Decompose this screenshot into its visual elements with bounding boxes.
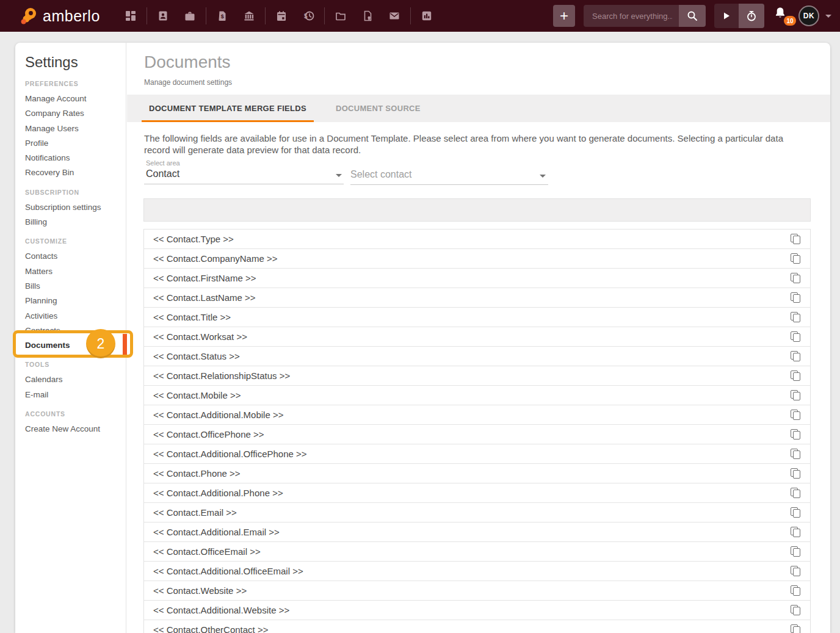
sidebar-item-billing[interactable]: Billing: [25, 215, 126, 230]
copy-icon[interactable]: [789, 468, 802, 480]
sidebar-title: Settings: [25, 52, 126, 72]
mail-icon[interactable]: [381, 4, 408, 28]
page-title: Documents: [144, 52, 231, 72]
matters-briefcase-icon[interactable]: [176, 4, 203, 28]
contacts-icon[interactable]: [150, 4, 176, 28]
merge-field-row: << Contact.OtherContact >>: [144, 620, 810, 633]
merge-field-row: << Contact.OfficeEmail >>: [144, 541, 810, 561]
sidebar-item-contacts[interactable]: Contacts: [25, 249, 126, 264]
copy-icon[interactable]: [789, 487, 802, 499]
documents-settings-main: Documents Manage document settings DOCUM…: [127, 43, 830, 633]
amberlo-logo[interactable]: amberlo: [21, 7, 100, 25]
copy-icon[interactable]: [789, 233, 802, 245]
select-area-chevron-down-icon[interactable]: [336, 174, 342, 177]
search-button[interactable]: [679, 5, 706, 27]
merge-field-row: << Contact.Additional.Website >>: [144, 600, 810, 620]
sidebar-item-bills[interactable]: Bills: [25, 279, 126, 294]
sidebar-item-calendars[interactable]: Calendars: [25, 372, 126, 387]
copy-icon[interactable]: [789, 624, 802, 633]
sidebar-item-manage-account[interactable]: Manage Account: [25, 92, 126, 106]
copy-icon[interactable]: [789, 409, 802, 421]
copy-icon[interactable]: [789, 546, 802, 558]
sidebar-item-profile[interactable]: Profile: [25, 136, 126, 151]
merge-field-code: << Contact.Additional.Website >>: [153, 605, 789, 615]
merge-field-code: << Contact.Additional.OfficePhone >>: [153, 449, 789, 459]
copy-icon[interactable]: [789, 565, 802, 577]
top-nav-icon-strip: $ $: [117, 4, 440, 28]
copy-icon[interactable]: [789, 350, 802, 363]
copy-icon[interactable]: [789, 507, 802, 519]
tab-document-source[interactable]: DOCUMENT SOURCE: [328, 95, 428, 122]
merge-field-code: << Contact.Additional.Email >>: [153, 527, 789, 537]
merge-field-code: << Contact.Additional.Phone >>: [153, 488, 789, 498]
merge-field-row: << Contact.Email >>: [144, 502, 810, 522]
merge-field-row: << Contact.LastName >>: [144, 288, 810, 307]
merge-field-code: << Contact.Type >>: [153, 234, 789, 244]
select-contact-underline: [350, 184, 548, 185]
stopwatch-icon: [745, 10, 758, 22]
quick-add-button[interactable]: +: [553, 5, 575, 27]
copy-icon[interactable]: [789, 292, 802, 304]
top-navigation-bar: amberlo $ $: [0, 0, 840, 32]
bank-icon[interactable]: [236, 4, 262, 28]
copy-icon[interactable]: [789, 389, 802, 402]
sidebar-item-notifications[interactable]: Notifications: [25, 151, 126, 165]
copy-icon[interactable]: [789, 311, 802, 324]
sidebar-item-email[interactable]: E-mail: [25, 388, 126, 402]
sidebar-item-activities[interactable]: Activities: [25, 309, 126, 324]
copy-icon[interactable]: [789, 331, 802, 343]
calendar-icon[interactable]: [268, 4, 295, 28]
sidebar-item-planning[interactable]: Planning: [25, 294, 126, 308]
sidebar-item-matters[interactable]: Matters: [25, 264, 126, 279]
merge-field-code: << Contact.Additional.OfficeEmail >>: [153, 566, 789, 576]
merge-field-row: << Contact.Additional.OfficePhone >>: [144, 444, 810, 463]
merge-field-row: << Contact.Additional.OfficeEmail >>: [144, 561, 810, 581]
merge-field-row: << Contact.Phone >>: [144, 463, 810, 483]
stopwatch-button[interactable]: [739, 4, 764, 28]
select-contact-dropdown[interactable]: Select contact: [350, 169, 412, 180]
document-templates-icon[interactable]: [354, 4, 381, 28]
brand-name: amberlo: [43, 7, 100, 25]
merge-field-code: << Contact.OfficeEmail >>: [153, 546, 789, 557]
copy-icon[interactable]: [789, 429, 802, 441]
search-icon: [686, 10, 698, 22]
merge-field-code: << Contact.Email >>: [153, 507, 789, 518]
start-timer-button[interactable]: [714, 4, 739, 28]
time-money-icon[interactable]: $: [295, 4, 322, 28]
copy-icon[interactable]: [789, 370, 802, 382]
merge-field-code: << Contact.Status >>: [153, 351, 789, 361]
merge-field-code: << Contact.Website >>: [153, 585, 789, 596]
merge-field-row: << Contact.Additional.Email >>: [144, 522, 810, 541]
copy-icon[interactable]: [789, 272, 802, 284]
sidebar-item-create-new-account[interactable]: Create New Account: [25, 422, 126, 436]
sidebar-item-manage-users[interactable]: Manage Users: [25, 121, 126, 136]
copy-icon[interactable]: [789, 585, 802, 597]
merge-field-code: << Contact.Title >>: [153, 312, 789, 322]
tutorial-step-badge: 2: [86, 329, 115, 358]
merge-field-code: << Contact.RelationshipStatus >>: [153, 371, 789, 381]
user-avatar[interactable]: DK: [798, 5, 819, 26]
select-area-dropdown[interactable]: Contact: [146, 168, 179, 179]
copy-icon[interactable]: [789, 253, 802, 265]
tab-document-template-merge-fields[interactable]: DOCUMENT TEMPLATE MERGE FIELDS: [142, 95, 314, 122]
copy-icon[interactable]: [789, 604, 802, 617]
select-contact-chevron-down-icon[interactable]: [540, 175, 546, 178]
copy-icon[interactable]: [789, 526, 802, 538]
search-input[interactable]: [584, 5, 679, 27]
merge-field-row: << Contact.Website >>: [144, 581, 810, 600]
merge-field-code: << Contact.FirstName >>: [153, 273, 789, 283]
tab-bar: DOCUMENT TEMPLATE MERGE FIELDS DOCUMENT …: [127, 95, 830, 122]
user-menu-chevron-down-icon[interactable]: [825, 15, 831, 18]
dashboard-icon[interactable]: [117, 4, 144, 28]
billing-tag-icon[interactable]: $: [209, 4, 236, 28]
sidebar-item-recovery-bin[interactable]: Recovery Bin: [25, 165, 126, 180]
copy-icon[interactable]: [789, 448, 802, 460]
sidebar-item-subscription-settings[interactable]: Subscription settings: [25, 200, 126, 215]
files-folder-icon[interactable]: [327, 4, 354, 28]
sidebar-item-company-rates[interactable]: Company Rates: [25, 106, 126, 121]
notifications-button[interactable]: 10: [773, 5, 791, 26]
merge-field-row: << Contact.Status >>: [144, 346, 810, 366]
section-header-customize: CUSTOMIZE: [25, 237, 126, 245]
merge-fields-table-header: [143, 198, 811, 222]
reports-chart-icon[interactable]: [413, 4, 440, 28]
